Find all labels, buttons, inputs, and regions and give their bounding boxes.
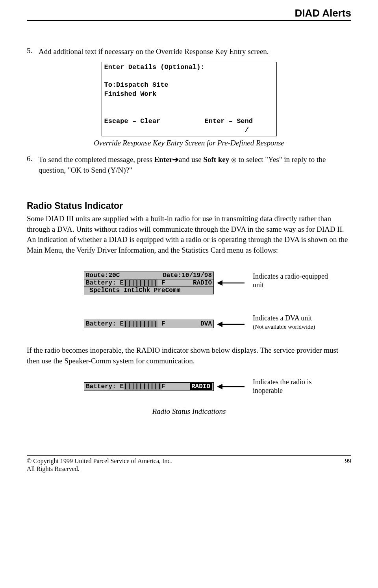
- footer: © Copyright 1999 United Parcel Service o…: [27, 456, 351, 474]
- radio-indicator-screen: Route:20CDate:10/19/98 Battery: E|||||||…: [84, 272, 214, 294]
- battery-gauge: |||||||||: [124, 279, 158, 287]
- menu-row: SpclCnts IntlChk PreComm: [86, 287, 180, 294]
- battery-f: F: [161, 383, 165, 390]
- dva-indicator-screen: Battery: E||||||||| FDVA: [84, 320, 214, 328]
- annotation-inoperable: Indicates the radio is inoperable: [253, 378, 339, 395]
- step-6: 6. To send the completed message, press …: [27, 154, 351, 175]
- indicator-caption: Radio Status Indications: [27, 407, 351, 416]
- battery-gauge: |||||||||: [124, 320, 158, 327]
- left-arrow-icon: [216, 320, 246, 328]
- text-fragment: To send the completed message, press: [39, 155, 154, 164]
- left-arrow-icon: [216, 383, 246, 391]
- enter-key: Enter: [154, 155, 172, 164]
- annotation-subtext: (Not available worldwide): [253, 323, 339, 330]
- footer-left: © Copyright 1999 United Parcel Service o…: [27, 457, 172, 474]
- screen-line: /: [104, 127, 249, 134]
- step-text: To send the completed message, press Ent…: [39, 154, 351, 175]
- copyright-text: © Copyright 1999 United Parcel Service o…: [27, 457, 172, 465]
- step-number: 6.: [27, 154, 39, 175]
- soft-key: Soft key: [203, 155, 229, 164]
- radio-indicator: RADIO: [193, 279, 212, 287]
- screen-line: Finished Work: [104, 90, 157, 98]
- svg-marker-1: [217, 280, 222, 286]
- route-label: Route:20C: [86, 272, 120, 279]
- annotation-text: Indicates a DVA unit: [253, 314, 312, 322]
- left-arrow-icon: [216, 279, 246, 287]
- step-number: 5.: [27, 47, 39, 57]
- screen-line: Enter – Send: [205, 117, 253, 125]
- text-fragment: and use: [179, 155, 203, 164]
- page-number: 99: [345, 457, 351, 474]
- battery-f: F: [158, 279, 165, 287]
- battery-label: Battery: E: [86, 320, 124, 327]
- override-response-screen: Enter Details (Optional): To:Dispatch Si…: [102, 62, 277, 137]
- battery-gauge: ||||||||||: [124, 383, 161, 390]
- screen-line: Enter Details (Optional):: [104, 63, 205, 71]
- screen-caption: Override Response Key Entry Screen for P…: [27, 139, 351, 147]
- section-heading: Radio Status Indicator: [27, 201, 351, 211]
- screen-line: Escape – Clear: [104, 117, 161, 125]
- section-paragraph: Some DIAD III units are supplied with a …: [27, 214, 351, 255]
- annotation-radio: Indicates a radio-equipped unit: [253, 272, 339, 289]
- right-arrow-icon: ➔: [172, 155, 179, 164]
- step-text: Add additional text if necessary on the …: [39, 47, 351, 57]
- dva-indicator: DVA: [200, 320, 212, 327]
- radio-inoperable-screen: Battery: E||||||||||FRADIO: [84, 382, 214, 391]
- battery-label: Battery: E: [86, 279, 124, 287]
- svg-marker-3: [217, 322, 222, 327]
- battery-f: F: [158, 320, 165, 327]
- radio-inoperable-indicator: RADIO: [190, 383, 212, 390]
- header-rule: [27, 20, 351, 21]
- paragraph: If the radio becomes inoperable, the RAD…: [27, 345, 351, 366]
- svg-marker-5: [217, 384, 222, 389]
- dot-key-icon: [232, 158, 236, 162]
- rights-text: All Rights Reserved.: [27, 465, 172, 473]
- step-5: 5. Add additional text if necessary on t…: [27, 47, 351, 57]
- annotation-dva: Indicates a DVA unit (Not available worl…: [253, 314, 339, 331]
- screen-line: To:Dispatch Site: [104, 81, 169, 89]
- battery-label: Battery: E: [86, 383, 124, 390]
- page-header: DIAD Alerts: [27, 0, 351, 20]
- date-label: Date:10/19/98: [163, 272, 212, 279]
